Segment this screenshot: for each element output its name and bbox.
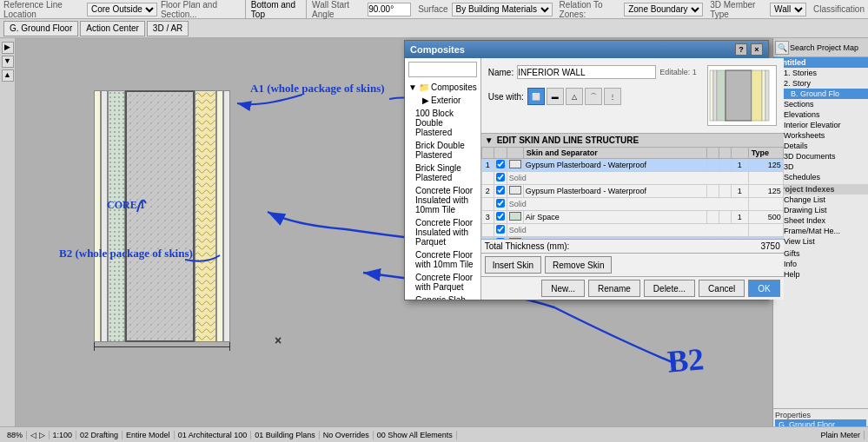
status-zoom: 88% [3, 431, 27, 439]
uw-mesh-icon[interactable]: ⋮ [604, 88, 621, 105]
table-row[interactable]: Solid [481, 224, 783, 237]
status-show-all[interactable]: 00 Show All Elements [374, 431, 457, 439]
tree-composites-group[interactable]: ▼ 📁 Composites [405, 81, 480, 94]
rs-item-schedules[interactable]: Schedules [773, 172, 868, 182]
composites-search-input[interactable] [408, 62, 477, 77]
rs-item-3d[interactable]: 3D [773, 162, 868, 172]
comp-name-input[interactable] [517, 65, 656, 79]
tree-exterior-item[interactable]: ▶ Exterior [405, 94, 480, 107]
svg-rect-15 [752, 70, 762, 121]
tb-core-outside-select[interactable]: Core Outside [87, 3, 157, 16]
table-row[interactable]: Solid [481, 198, 783, 211]
lp-btn-1[interactable]: ▶ [2, 42, 14, 54]
rs-item-viewlist[interactable]: View List [773, 236, 868, 247]
svg-rect-4 [127, 92, 195, 342]
composites-help-btn[interactable]: ? [735, 43, 747, 56]
comp-actions-row: Insert Skin Remove Skin [481, 253, 784, 276]
rs-search-icon[interactable]: 🔍 [775, 41, 789, 55]
list-item-4[interactable]: Concrete Floor Insulated with Parquet [405, 216, 480, 248]
rs-item-sections[interactable]: Sections [773, 99, 868, 109]
comp-name-label: Name: [488, 68, 514, 77]
status-scale: 1:100 [50, 431, 77, 439]
rename-btn[interactable]: Rename [588, 280, 640, 297]
status-units: Plain Meter [817, 431, 865, 439]
svg-rect-14 [726, 70, 752, 121]
table-row[interactable]: 1 Gypsum Plasterboard - Waterproof 1 125 [481, 159, 783, 172]
comp-preview [707, 65, 777, 126]
tree-composites-label: Composites [431, 82, 477, 92]
list-item-3[interactable]: Concrete Floor Insulated with 10mm Tile [405, 184, 480, 216]
status-nav-btns[interactable]: ◁ ▷ [27, 431, 50, 439]
svg-rect-6 [195, 91, 216, 342]
rs-item-drawinglist[interactable]: Drawing List [773, 205, 868, 215]
rs-item-details[interactable]: Details [773, 141, 868, 151]
rs-item-worksheets[interactable]: Worksheets [773, 130, 868, 141]
annotation-a1: A1 (whole package of skins) [250, 82, 385, 96]
tb-floor-section: Floor Plan and Section... [161, 0, 246, 19]
list-item-7[interactable]: Generic Slab Roof [405, 294, 480, 300]
uw-slab-icon[interactable]: ▬ [547, 88, 564, 105]
rs-item-elevations[interactable]: Elevations [773, 109, 868, 120]
rs-item-info[interactable]: Info [773, 259, 868, 269]
insert-skin-btn[interactable]: Insert Skin [485, 256, 541, 274]
status-architectural[interactable]: 01 Architectural 100 [175, 431, 252, 439]
composites-edit-panel: Name: Editable: 1 Use with: ⬜ ▬ △ ⌒ ⋮ [481, 58, 784, 300]
rs-item-changelist[interactable]: Change List [773, 195, 868, 205]
status-model[interactable]: Entire Model [123, 431, 175, 439]
tb-member-select[interactable]: Wall [770, 3, 806, 16]
rs-item-help[interactable]: Help [773, 269, 868, 280]
col-skin-separator: Skin and Separator [523, 148, 706, 159]
comp-collapse-btn[interactable]: ▼ [485, 135, 494, 145]
tb-3d-ar-btn[interactable]: 3D / AR [147, 21, 189, 36]
list-item-2[interactable]: Brick Single Plastered [405, 162, 480, 184]
col-check [494, 148, 507, 159]
table-row[interactable]: 2 Gypsum Plasterboard - Waterproof 1 125 [481, 185, 783, 198]
tb-action-center-btn[interactable]: Action Center [80, 21, 145, 36]
tb-bottom-top-label: Bottom and Top [251, 0, 302, 19]
rs-item-interior[interactable]: Interior Elevatior [773, 120, 868, 130]
comp-use-with-label: Use with: [488, 92, 524, 102]
comp-thickness-label: Total Thickness (mm): [485, 241, 570, 251]
rs-item-3ddocs[interactable]: 3D Documents [773, 151, 868, 162]
rs-item-frame[interactable]: Frame/Mat He... [773, 226, 868, 236]
rs-item-stories[interactable]: 1. Stories [773, 68, 868, 78]
new-btn[interactable]: New... [541, 280, 585, 297]
uw-wall-icon[interactable]: ⬜ [527, 88, 545, 105]
lp-btn-2[interactable]: ▼ [2, 56, 14, 68]
col-color [507, 148, 523, 159]
status-building-plans[interactable]: 01 Building Plans [251, 431, 320, 439]
status-overrides[interactable]: No Overrides [320, 431, 374, 439]
svg-rect-13 [717, 70, 726, 121]
list-item-6[interactable]: Concrete Floor with Parquet [405, 271, 480, 294]
list-item-1[interactable]: Brick Double Plastered [405, 139, 480, 162]
ok-btn[interactable]: OK [748, 280, 779, 297]
svg-rect-11 [710, 70, 713, 121]
rs-item-2story[interactable]: 2. Story [773, 78, 868, 89]
svg-rect-1 [109, 91, 125, 342]
rs-item-gifts[interactable]: Gifts [773, 248, 868, 259]
lp-btn-3[interactable]: ▲ [2, 69, 14, 82]
list-item-5[interactable]: Concrete Floor with 10mm Tile [405, 248, 480, 271]
tree-exterior-icon: ▶ [422, 96, 429, 105]
composites-close-btn[interactable]: × [751, 43, 763, 56]
delete-btn[interactable]: Delete... [644, 280, 695, 297]
tb-zones-select[interactable]: Zone Boundary [624, 3, 703, 16]
table-row[interactable]: 3 Air Space 1 500 [481, 211, 783, 224]
col-num [481, 148, 494, 159]
tree-folder-icon: 📁 [419, 82, 429, 92]
remove-skin-btn[interactable]: Remove Skin [545, 256, 612, 274]
uw-roof-icon[interactable]: △ [566, 88, 583, 105]
rs-header-project: Project Indexes [773, 184, 868, 195]
cancel-btn[interactable]: Cancel [699, 280, 745, 297]
tb-reference-label: Reference Line Location [3, 0, 83, 19]
uw-shell-icon[interactable]: ⌒ [585, 88, 602, 105]
tb-angle-input[interactable] [368, 3, 411, 16]
rs-item-sheetindex[interactable]: Sheet Index [773, 215, 868, 226]
list-item-0[interactable]: 100 Block Double Plastered [405, 107, 480, 139]
tb-surface-select[interactable]: By Building Materials [452, 3, 553, 16]
table-row[interactable]: Solid [481, 172, 783, 185]
composites-title: Composites [410, 44, 465, 55]
status-drafting[interactable]: 02 Drafting [76, 431, 123, 439]
tb-floor-btn[interactable]: G. Ground Floor [3, 21, 78, 36]
rs-item-ground[interactable]: B. Ground Flo [773, 89, 868, 99]
